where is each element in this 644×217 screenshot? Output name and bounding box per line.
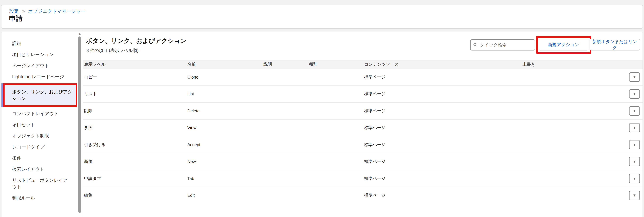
new-action-button[interactable]: 新規アクション <box>538 39 588 50</box>
chevron-down-icon: ▼ <box>633 109 636 113</box>
sidebar-item-label: 制限ルール <box>12 194 35 201</box>
search-icon <box>473 42 478 48</box>
sidebar-item-details[interactable]: 詳細 <box>2 38 76 49</box>
panel-title: ボタン、リンク、およびアクション <box>86 37 186 45</box>
column-header-name: 名前 <box>187 62 196 67</box>
sidebar-item-label: リストビューボタンレイアウト <box>12 177 72 190</box>
new-action-button-label: 新規アクション <box>548 42 579 48</box>
table-row: リスト List 標準ページ ▼ <box>83 86 642 103</box>
sidebar-item-page-layouts[interactable]: ページレイアウト <box>2 60 76 71</box>
table-row: 編集 Edit 標準ページ ▼ <box>83 187 642 204</box>
column-header-description: 説明 <box>264 62 272 67</box>
chevron-down-icon: ▼ <box>633 177 636 180</box>
quick-find-search[interactable] <box>470 39 535 50</box>
chevron-down-icon: ▼ <box>633 194 636 197</box>
chevron-down-icon: ▼ <box>633 75 636 79</box>
buttons-links-actions-panel: ボタン、リンク、およびアクション 8 件の項目 (表示ラベル順) 新規アクション… <box>83 32 642 217</box>
sidebar-item-fields-and-relationships[interactable]: 項目とリレーション <box>2 49 76 60</box>
sidebar-item-label: ボタン、リンク、およびアクション <box>12 88 73 102</box>
cell-label: コピー <box>84 74 97 80</box>
sidebar-item-object-limits[interactable]: オブジェクト制限 <box>2 130 76 141</box>
scroll-up-arrow-icon[interactable]: ▲ <box>78 32 81 35</box>
sidebar-item-label: Lightning レコードページ <box>12 74 64 80</box>
breadcrumb-link-setup[interactable]: 設定 <box>9 8 19 14</box>
breadcrumb: 設定 > オブジェクトマネージャー <box>9 8 86 14</box>
table-row: 引き受ける Accept 標準ページ ▼ <box>83 136 642 153</box>
search-input[interactable] <box>480 42 532 48</box>
cell-name: Delete <box>187 108 200 113</box>
cell-label: 削除 <box>84 108 92 114</box>
header-actions: 新規アクション 新規ボタンまたはリンク <box>538 39 640 50</box>
cell-name: Accept <box>187 142 200 147</box>
sidebar-item-label: レコードタイプ <box>12 144 44 150</box>
sidebar-item-field-sets[interactable]: 項目セット <box>2 119 76 130</box>
sidebar-item-label: コンパクトレイアウト <box>12 110 58 117</box>
column-header-type: 種別 <box>309 62 317 67</box>
row-actions-dropdown-button[interactable]: ▼ <box>629 157 640 166</box>
row-actions-dropdown-button[interactable]: ▼ <box>629 106 640 116</box>
sidebar-item-record-types[interactable]: レコードタイプ <box>2 141 76 152</box>
table-row: 削除 Delete 標準ページ ▼ <box>83 102 642 120</box>
column-header-override: 上書き <box>522 62 536 67</box>
column-header-label: 表示ラベル <box>84 62 106 67</box>
row-actions-dropdown-button[interactable]: ▼ <box>629 123 640 132</box>
breadcrumb-link-object-manager[interactable]: オブジェクトマネージャー <box>28 8 86 14</box>
cell-content-source: 標準ページ <box>364 142 386 148</box>
sidebar-item-list-view-button-layout[interactable]: リストビューボタンレイアウト <box>2 175 76 192</box>
row-actions-dropdown-button[interactable]: ▼ <box>629 72 640 82</box>
cell-name: Edit <box>187 193 195 198</box>
new-button-or-link-button[interactable]: 新規ボタンまたはリンク <box>590 39 640 50</box>
cell-content-source: 標準ページ <box>364 108 386 114</box>
cell-label: 編集 <box>84 192 92 198</box>
cell-content-source: 標準ページ <box>364 192 386 198</box>
sidebar-item-lightning-record-pages[interactable]: Lightning レコードページ <box>2 71 76 82</box>
cell-content-source: 標準ページ <box>364 176 386 182</box>
cell-label: リスト <box>84 91 97 97</box>
page-header-card: 設定 > オブジェクトマネージャー 申請 <box>1 5 643 29</box>
table-row: 新規 New 標準ページ ▼ <box>83 153 642 170</box>
table-body: コピー Clone 標準ページ ▼ リスト List 標準ページ ▼ <box>83 69 642 204</box>
sidebar-item-compact-layouts[interactable]: コンパクトレイアウト <box>2 108 76 119</box>
row-actions-dropdown-button[interactable]: ▼ <box>629 140 640 150</box>
cell-name: New <box>187 159 196 164</box>
table-header-row: 表示ラベル 名前 説明 種別 コンテンツソース 上書き <box>83 60 642 68</box>
sidebar-item-label: オブジェクト制限 <box>12 132 49 139</box>
sidebar-item-label: 条件 <box>12 155 21 162</box>
cell-content-source: 標準ページ <box>364 74 386 80</box>
object-manager-card: 詳細 項目とリレーション ページレイアウト Lightning レコードページ … <box>1 31 643 217</box>
row-actions-dropdown-button[interactable]: ▼ <box>629 174 640 183</box>
chevron-down-icon: ▼ <box>633 143 636 146</box>
object-settings-sidebar: 詳細 項目とリレーション ページレイアウト Lightning レコードページ … <box>2 32 83 217</box>
sidebar-item-label: 項目セット <box>12 122 35 128</box>
row-actions-dropdown-button[interactable]: ▼ <box>629 89 640 98</box>
sidebar-item-buttons-links-and-actions[interactable]: ボタン、リンク、およびアクション <box>3 84 77 107</box>
sidebar-item-conditions[interactable]: 条件 <box>2 152 76 164</box>
column-header-content-source: コンテンツソース <box>364 62 399 67</box>
item-count-text: 8 件の項目 (表示ラベル順) <box>86 48 138 54</box>
row-actions-dropdown-button[interactable]: ▼ <box>629 191 640 200</box>
sidebar-item-restriction-rules[interactable]: 制限ルール <box>2 192 76 204</box>
cell-label: 申請タブ <box>84 176 101 182</box>
selected-item-indicator-bar <box>2 84 3 107</box>
table-row: 参照 View 標準ページ ▼ <box>83 120 642 136</box>
sidebar-item-label: ページレイアウト <box>12 62 49 69</box>
chevron-down-icon: ▼ <box>633 92 636 96</box>
sidebar-item-label: 項目とリレーション <box>12 51 54 58</box>
cell-label: 新規 <box>84 158 92 164</box>
sidebar-nav: 詳細 項目とリレーション ページレイアウト Lightning レコードページ … <box>2 32 83 204</box>
sidebar-item-search-layouts[interactable]: 検索レイアウト <box>2 164 76 175</box>
cell-content-source: 標準ページ <box>364 158 386 164</box>
page: 設定 > オブジェクトマネージャー 申請 詳細 項目とリレーション ページレイア… <box>0 0 644 217</box>
table-row: 申請タブ Tab 標準ページ ▼ <box>83 170 642 187</box>
page-title: 申請 <box>9 14 22 22</box>
cell-name: View <box>187 126 196 130</box>
scrollbar-thumb[interactable] <box>78 36 81 213</box>
cell-name: List <box>187 92 194 96</box>
sidebar-item-label: 詳細 <box>12 40 21 47</box>
cell-label: 参照 <box>84 125 92 131</box>
chevron-down-icon: ▼ <box>633 160 636 163</box>
chevron-down-icon: ▼ <box>633 126 636 130</box>
table-row: コピー Clone 標準ページ ▼ <box>83 69 642 86</box>
sidebar-scrollbar[interactable]: ▲ <box>78 32 82 217</box>
sidebar-item-label: 検索レイアウト <box>12 166 44 172</box>
